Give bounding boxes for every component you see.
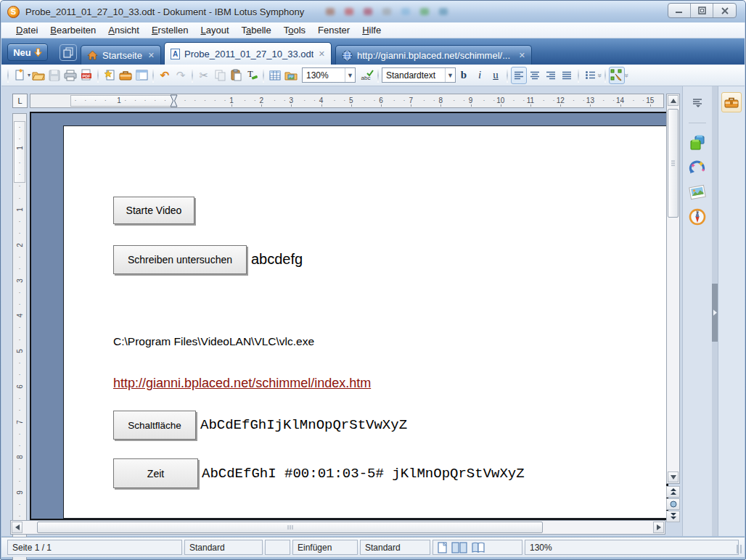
italic-button[interactable]: i — [472, 67, 488, 84]
status-zoom[interactable]: 130% — [525, 540, 739, 555]
two-page-view-icon[interactable] — [451, 542, 467, 553]
ruler-dot: · — [104, 96, 107, 104]
splitter-handle[interactable] — [712, 284, 718, 342]
bold-button[interactable]: b — [456, 67, 472, 84]
doc-hyperlink[interactable]: http://gianni.bplaced.net/schimmel/index… — [113, 376, 371, 391]
document-page[interactable]: Starte Video Schreiben untersuchen abcde… — [63, 125, 667, 519]
next-page-button[interactable] — [666, 511, 680, 522]
ruler-number: 1 — [16, 207, 24, 212]
scroll-down-button[interactable] — [668, 472, 679, 482]
align-justify-button[interactable] — [559, 67, 575, 84]
save-button[interactable] — [46, 67, 62, 84]
gallery-button[interactable] — [283, 67, 299, 84]
status-insert-mode[interactable]: Einfügen — [292, 540, 358, 555]
doc-button-zeit[interactable]: Zeit — [113, 458, 198, 488]
horizontal-scrollbar[interactable] — [10, 520, 665, 535]
menu-fenster[interactable]: Fenster — [318, 25, 350, 36]
panel-menu-button[interactable] — [688, 94, 707, 112]
chevron-more-icon[interactable]: » — [622, 73, 630, 77]
toolbox-panel-button[interactable] — [721, 92, 742, 112]
menu-tools[interactable]: Tools — [284, 25, 306, 36]
tab-document[interactable]: A Probe_2011_01_27_10_33.odt ✕ — [164, 42, 332, 65]
underline-button[interactable]: u — [488, 67, 504, 84]
toolbox-button[interactable] — [118, 67, 134, 84]
tab-close-icon[interactable]: ✕ — [319, 49, 325, 59]
scroll-left-button[interactable] — [12, 522, 22, 533]
align-center-button[interactable] — [527, 67, 543, 84]
ruler-dot: · — [553, 96, 555, 104]
pdf-export-button[interactable]: PDF — [78, 67, 94, 84]
menu-bearbeiten[interactable]: Bearbeiten — [50, 25, 96, 36]
spellcheck-button[interactable]: abc — [358, 67, 374, 84]
ruler-number: 9 — [16, 490, 24, 495]
indent-marker-icon[interactable] — [170, 94, 178, 107]
compass-button[interactable]: N — [688, 207, 707, 226]
chevron-more-icon[interactable]: » — [596, 73, 604, 77]
redo-button[interactable]: ↷ — [173, 67, 189, 84]
table-button[interactable] — [267, 67, 283, 84]
new-from-template-button[interactable] — [102, 67, 118, 84]
menu-hilfe[interactable]: Hilfe — [362, 25, 381, 36]
vertical-scroll-thumb[interactable] — [668, 109, 679, 218]
ruler-dot: · — [19, 465, 21, 472]
menu-tabelle[interactable]: Tabelle — [242, 25, 271, 36]
format-brush-button[interactable]: T — [244, 67, 260, 84]
minimize-button[interactable] — [668, 4, 691, 17]
sidebar-panel: N — [682, 86, 712, 536]
caret-down-icon[interactable]: ▼ — [445, 68, 455, 82]
cut-button[interactable]: ✂ — [196, 67, 212, 84]
tab-close-icon[interactable]: ✕ — [519, 51, 525, 60]
align-right-button[interactable] — [543, 67, 559, 84]
scroll-right-button[interactable] — [653, 522, 664, 533]
menu-layout[interactable]: Layout — [200, 25, 229, 36]
tab-startseite[interactable]: Startseite ✕ — [81, 45, 161, 65]
paste-button[interactable] — [228, 67, 244, 84]
caret-down-icon[interactable]: ▼ — [345, 68, 355, 82]
app-window: S Probe_2011_01_27_10_33.odt - Dokument … — [0, 0, 746, 560]
ruler-number: 9 — [469, 96, 473, 104]
doc-button-schaltflaeche[interactable]: Schaltfläche — [113, 411, 196, 440]
tab-close-icon[interactable]: ✕ — [148, 51, 155, 60]
layout-window-icon — [136, 70, 148, 81]
align-left-button[interactable] — [511, 67, 527, 84]
clip-art-button[interactable] — [688, 133, 707, 152]
ruler-number: 14 — [616, 96, 624, 104]
navigation-button[interactable] — [666, 498, 680, 510]
paragraph-style-combo[interactable]: Standardtext ▼ — [382, 67, 456, 83]
open-button[interactable] — [30, 67, 46, 84]
panel-splitter[interactable] — [712, 86, 718, 536]
panel-menu-icon — [692, 98, 702, 108]
copy-button[interactable] — [212, 67, 228, 84]
new-button[interactable]: Neu — [7, 44, 48, 61]
menu-erstellen[interactable]: Erstellen — [152, 25, 189, 36]
minimize-icon — [676, 7, 683, 14]
wizard-button[interactable] — [688, 158, 707, 177]
previous-page-button[interactable] — [666, 486, 680, 498]
menu-ansicht[interactable]: Ansicht — [108, 25, 139, 36]
close-button[interactable] — [713, 4, 736, 17]
photo-gallery-button[interactable] — [688, 183, 707, 202]
window-controls — [668, 3, 737, 18]
undo-button[interactable]: ↶ — [157, 67, 173, 84]
vertical-scrollbar[interactable] — [666, 94, 680, 484]
undo-icon: ↶ — [160, 70, 170, 81]
scroll-up-button[interactable] — [668, 95, 679, 106]
single-page-view-icon[interactable] — [438, 542, 447, 553]
doc-button-starte-video[interactable]: Starte Video — [113, 197, 194, 224]
book-view-icon[interactable] — [472, 542, 485, 553]
new-document-button[interactable] — [12, 67, 28, 84]
print-button[interactable] — [62, 67, 78, 84]
restore-button[interactable] — [691, 4, 713, 17]
horizontal-scroll-thumb[interactable] — [37, 522, 543, 533]
ruler-dot: · — [433, 96, 435, 104]
ruler-dot: · — [19, 442, 21, 449]
tab-webpage[interactable]: http://gianni.bplaced.net/schimmel/... ✕ — [335, 45, 532, 65]
new-document-icon — [14, 69, 26, 81]
zoom-combo[interactable]: 130% ▼ — [302, 67, 356, 83]
duplicate-tab-button[interactable] — [60, 44, 77, 61]
doc-button-schreiben-untersuchen[interactable]: Schreiben untersuchen — [113, 245, 247, 274]
resize-grip[interactable] — [736, 545, 742, 553]
menu-datei[interactable]: Datei — [16, 25, 38, 36]
layout-window-button[interactable] — [134, 67, 149, 84]
ruler-number: 12 — [557, 96, 565, 104]
